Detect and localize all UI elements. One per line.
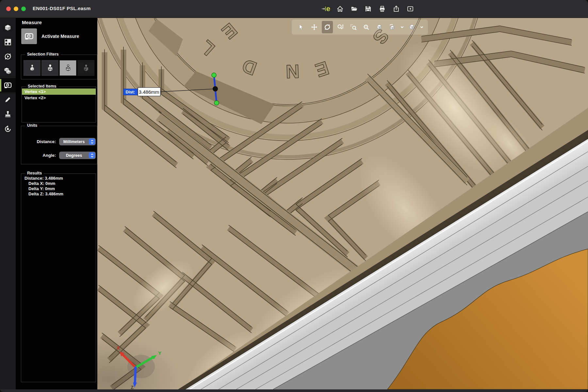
titlebar-toolbar: e — [322, 4, 415, 14]
rail-item-mass-properties[interactable] — [0, 64, 16, 78]
measurement-vertex-2[interactable] — [214, 101, 219, 105]
selected-item-row[interactable]: Vertex <2> — [22, 95, 96, 101]
rail-item-components[interactable] — [0, 35, 16, 49]
measure-tape-icon — [24, 31, 34, 41]
result-delta-x: Delta X: 0mm — [21, 181, 96, 186]
share-icon[interactable] — [392, 4, 400, 14]
filter-edges-button[interactable] — [41, 60, 58, 76]
edrawings-logo-icon[interactable]: e — [322, 4, 330, 14]
selection-filters-group: Selection Filters — [21, 55, 97, 79]
distance-units-select[interactable]: Millimeters — [59, 138, 96, 145]
activate-measure-label: Activate Measure — [41, 34, 79, 39]
zoom-fit-tool[interactable] — [361, 21, 372, 33]
selection-filters-label: Selection Filters — [25, 52, 61, 57]
display-style-tool[interactable] — [406, 21, 417, 33]
select-tool[interactable] — [296, 21, 307, 33]
measurement-vertex-1[interactable] — [212, 73, 216, 77]
rail-item-model[interactable] — [0, 21, 16, 35]
activate-measure-row: Activate Measure — [21, 28, 79, 44]
zoom-tool[interactable] — [335, 21, 346, 33]
zoom-window-tool[interactable] — [348, 21, 359, 33]
selected-item-row[interactable]: Vertex <1> — [22, 89, 96, 95]
titlebar: EN001-DS01F PSL.easm e — [0, 0, 588, 18]
open-file-icon[interactable] — [350, 4, 358, 14]
distance-units-label: Distance: — [24, 138, 56, 146]
angle-units-select[interactable]: Degrees — [59, 152, 96, 159]
stepper-chevrons-icon — [89, 152, 95, 158]
window-title: EN001-DS01F PSL.easm — [33, 6, 90, 11]
x-axis-label: X — [117, 345, 120, 351]
shaded-view-tool[interactable] — [374, 21, 385, 33]
rotate-tool[interactable] — [322, 21, 333, 33]
measurement-value: 3.486mm — [139, 89, 159, 95]
z-axis-label: Z — [131, 384, 134, 389]
view-orientation-tool[interactable] — [387, 21, 398, 33]
rail-item-animate[interactable] — [0, 49, 16, 64]
display-style-dropdown[interactable] — [419, 21, 424, 33]
print-icon[interactable] — [378, 4, 386, 14]
maximize-button[interactable] — [21, 7, 26, 11]
minimize-button[interactable] — [14, 7, 18, 11]
filter-vertices-button[interactable] — [59, 60, 76, 76]
measurement-midpoint — [213, 86, 218, 91]
home-icon[interactable] — [336, 4, 344, 14]
rail-item-measure[interactable] — [0, 78, 16, 92]
rail-item-stamp[interactable] — [0, 107, 16, 121]
panel-title: Measure — [22, 20, 42, 25]
pan-tool[interactable] — [309, 21, 320, 33]
view-orientation-dropdown[interactable] — [400, 21, 404, 33]
results-group: Results Distance: 3.486mm Delta X: 0mm D… — [21, 173, 96, 382]
app-window: EN001-DS01F PSL.easm e — [0, 0, 588, 392]
close-button[interactable] — [6, 7, 11, 11]
cad-model-scene[interactable]: E L D N E S — [97, 18, 588, 389]
filter-centers-button[interactable] — [77, 60, 94, 76]
y-axis-label: Y — [158, 350, 161, 356]
measure-panel: Measure Activate Measure Selection Filte… — [16, 18, 97, 389]
filter-faces-button[interactable] — [24, 60, 41, 76]
save-icon[interactable] — [364, 4, 372, 14]
window-bottom-edge — [0, 389, 588, 392]
svg-text:N: N — [286, 61, 300, 82]
activate-measure-button[interactable] — [21, 28, 37, 44]
units-group: Units Distance: Millimeters Angle: Degre… — [21, 126, 97, 164]
rail-item-markup[interactable] — [0, 92, 16, 107]
angle-units-label: Angle: — [24, 152, 56, 159]
model-viewport[interactable]: E L D N E S — [97, 18, 588, 389]
view-toolbar — [292, 20, 428, 35]
measurement-label: Dist: — [126, 90, 135, 94]
toggle-panel-icon[interactable] — [406, 4, 415, 14]
tool-rail — [0, 18, 16, 389]
result-delta-z: Delta Z: 3.486mm — [21, 191, 96, 197]
result-delta-y: Delta Y: 0mm — [21, 186, 96, 191]
result-distance: Distance: 3.486mm — [21, 176, 96, 181]
stepper-chevrons-icon — [89, 139, 95, 145]
rail-item-reset[interactable] — [0, 122, 16, 136]
selected-items-label: Selected Items — [26, 84, 58, 89]
results-label: Results — [25, 171, 44, 175]
selected-items-group: Selected Items Vertex <1> Vertex <2> — [22, 87, 96, 122]
units-label: Units — [25, 123, 39, 128]
